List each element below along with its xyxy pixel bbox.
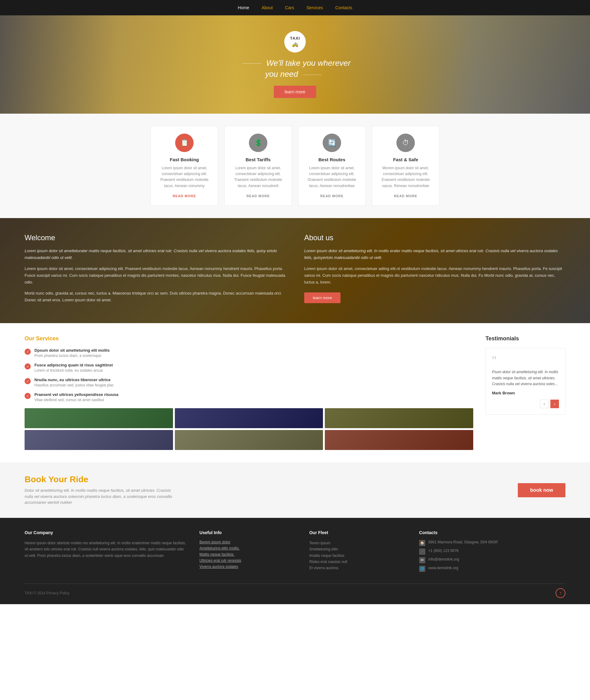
footer-phone-text: +1 (800) 123 9876 [428, 549, 459, 553]
feature-link-0[interactable]: READ MORE [173, 194, 196, 198]
feature-title-2: Best Routes [303, 157, 361, 162]
footer-website: 🌐 www.demolink.org [419, 566, 565, 572]
nav-cars[interactable]: Cars [285, 5, 294, 10]
nav-contacts[interactable]: Contacts [335, 5, 352, 10]
footer: Our Company Herem ipsum dolor sitertolo … [0, 518, 590, 604]
footer-website-text: www.demolink.org [428, 566, 458, 570]
footer-contacts-title: Contacts [419, 530, 565, 535]
service-main-1: Fusce adipiscing quam id risus sagittins… [34, 363, 113, 367]
features-section: 📋 Fast Booking Lorem ipsum dolor sit ame… [0, 114, 590, 218]
service-image-grid [25, 408, 473, 450]
feature-title-0: Fast Booking [156, 157, 213, 162]
footer-fleet-col: Our Fleet Terem ipsum Smetteturing elitn… [309, 530, 407, 574]
footer-grid: Our Company Herem ipsum dolor sitertolo … [25, 530, 565, 574]
about-section: Welcome Lorem ipsum dolor sit amettetura… [0, 218, 590, 324]
footer-copyright: TAXI © 2014 Privacy Policy [25, 591, 70, 595]
feature-title-1: Best Tariffs [229, 157, 287, 162]
feature-link-2[interactable]: READ MORE [320, 194, 343, 198]
welcome-col: Welcome Lorem ipsum dolor sit amettetura… [25, 233, 286, 308]
footer-useful-link-3[interactable]: Ultricies erat rutr rerasisis [199, 558, 297, 563]
best-routes-icon: 🔄 [323, 134, 341, 152]
welcome-p2: Morbi nunc odio, gravida at, cursus nec,… [25, 290, 286, 304]
logo-text: TAXI [290, 36, 300, 40]
services-col: Our Services ✓ Dpsum dolor sit amettetur… [25, 335, 473, 450]
book-now-button[interactable]: book now [518, 483, 565, 497]
aboutus-italic: Lorem ipsum dolor sit ametteturing elit.… [304, 248, 565, 261]
footer-useful-link-1[interactable]: Ametteturing elitn mollis. [199, 546, 297, 551]
scroll-to-top-button[interactable]: ↑ [556, 588, 565, 598]
aboutus-col: About us Lorem ipsum dolor sit amettetur… [304, 233, 565, 308]
service-sub-3: Vitae eleifend sed, cursus sit amet sast… [34, 398, 118, 402]
testimonial-prev-button[interactable]: ‹ [540, 399, 549, 408]
footer-fleet-item-0: Terem ipsum [309, 540, 407, 546]
welcome-italic: Lorem ipsum dolor sit ametteturater matt… [25, 248, 286, 261]
feature-title-3: Fast & Safe [377, 157, 434, 162]
hero-tagline: We'll take you wherever you need [239, 57, 351, 80]
book-text: Dolor sit ametteturing elit. In mollis m… [25, 487, 178, 505]
about-learn-more-button[interactable]: learn more [304, 293, 340, 303]
testimonials-col: Testimonials " Psum dolor sit ametteturi… [486, 335, 565, 450]
globe-icon: 🌐 [419, 566, 425, 572]
feature-link-1[interactable]: READ MORE [247, 194, 270, 198]
feature-link-3[interactable]: READ MORE [394, 194, 417, 198]
fast-safe-icon: ⏱ [396, 134, 415, 152]
nav-services[interactable]: Services [306, 5, 323, 10]
aboutus-title: About us [304, 233, 565, 242]
footer-fleet-item-1: Smetteturing elitn [309, 546, 407, 552]
footer-useful-col: Useful Info Berem ipsum dolor Ametteturi… [199, 530, 297, 574]
book-text-col: Book Your Ride Dolor sit ametteturing el… [25, 475, 178, 505]
feature-text-2: Lorem ipsum dolor sit amet, consectetuer… [303, 165, 361, 189]
footer-phone: 📞 +1 (800) 123 9876 [419, 549, 565, 555]
footer-fleet-item-2: Imattis neque facilisis [309, 553, 407, 559]
service-check-3: ✓ [25, 393, 31, 399]
service-item-2: ✓ Nnulla nunc, eu ultrices liberocer ult… [25, 377, 473, 387]
feature-text-3: Morem ipsum dolor sit amet, consectetuer… [377, 165, 434, 189]
footer-useful-link-4[interactable]: Viverra auctora sodales [199, 565, 297, 569]
quote-mark: " [492, 354, 559, 367]
service-main-3: Praesent vel ultrices yelluspendisse ris… [34, 392, 118, 397]
footer-useful-link-0[interactable]: Berem ipsum dolor [199, 540, 297, 544]
feature-fast-booking: 📋 Fast Booking Lorem ipsum dolor sit ame… [151, 126, 218, 206]
service-img-2 [175, 408, 323, 428]
hero-section: TAXI 🚕 We'll take you wherever you need … [0, 15, 590, 114]
feature-fast-safe: ⏱ Fast & Safe Morem ipsum dolor sit amet… [372, 126, 439, 206]
taxi-icon: 🚕 [292, 40, 298, 47]
testimonial-next-button[interactable]: › [550, 399, 559, 408]
navigation: Home About Cars Services Contacts [0, 0, 590, 15]
service-img-1 [25, 408, 173, 428]
service-sub-2: Hasellus accumsan sed, justus vitae feug… [34, 383, 114, 387]
footer-fleet-item-3: Riides erat ruasisis null [309, 559, 407, 565]
service-img-4 [25, 430, 173, 450]
service-check-1: ✓ [25, 363, 31, 369]
book-title: Book Your Ride [25, 475, 178, 484]
best-tariffs-icon: 💲 [249, 134, 267, 152]
footer-address: 🏠 8901 Marmora Road, Glasgow, D04 89GR [419, 540, 565, 546]
home-icon: 🏠 [419, 540, 425, 546]
feature-best-tariffs: 💲 Best Tariffs Lorem ipsum dolor sit ame… [224, 126, 292, 206]
footer-fleet-title: Our Fleet [309, 530, 407, 535]
phone-icon: 📞 [419, 549, 425, 555]
footer-contacts-col: Contacts 🏠 8901 Marmora Road, Glasgow, D… [419, 530, 565, 574]
fast-booking-icon: 📋 [175, 134, 194, 152]
footer-useful-title: Useful Info [199, 530, 297, 535]
services-testimonials-section: Our Services ✓ Dpsum dolor sit amettetur… [0, 323, 590, 462]
service-img-3 [325, 408, 473, 428]
footer-bottom: TAXI © 2014 Privacy Policy ↑ [25, 584, 565, 598]
feature-best-routes: 🔄 Best Routes Lorem ipsum dolor sit amet… [298, 126, 366, 206]
hero-logo: TAXI 🚕 [284, 31, 306, 52]
service-img-6 [325, 430, 473, 450]
footer-email-text: info@demolink.org [428, 557, 459, 562]
nav-about[interactable]: About [262, 5, 273, 10]
footer-company-text: Herem ipsum dolor sitertolo moleto mo am… [25, 540, 187, 559]
hero-learn-more-button[interactable]: learn more [274, 86, 316, 98]
service-main-2: Nnulla nunc, eu ultrices liberocer ultri… [34, 377, 114, 382]
footer-email: ✉ info@demolink.org [419, 557, 565, 563]
testimonial-navigation: ‹ › [492, 399, 559, 408]
footer-useful-link-2[interactable]: Mattis neque facilisis. [199, 552, 297, 557]
testimonial-text: Psum dolor sit ametteturing elit. In mol… [492, 369, 559, 387]
nav-home[interactable]: Home [238, 5, 249, 10]
welcome-p1: Lorem ipsum dolor sit amet, consectetuer… [25, 265, 286, 286]
book-section: Book Your Ride Dolor sit ametteturing el… [0, 462, 590, 518]
aboutus-p1: Lorem ipsum dolor sit amet, consectetuer… [304, 265, 565, 286]
footer-company-col: Our Company Herem ipsum dolor sitertolo … [25, 530, 187, 574]
